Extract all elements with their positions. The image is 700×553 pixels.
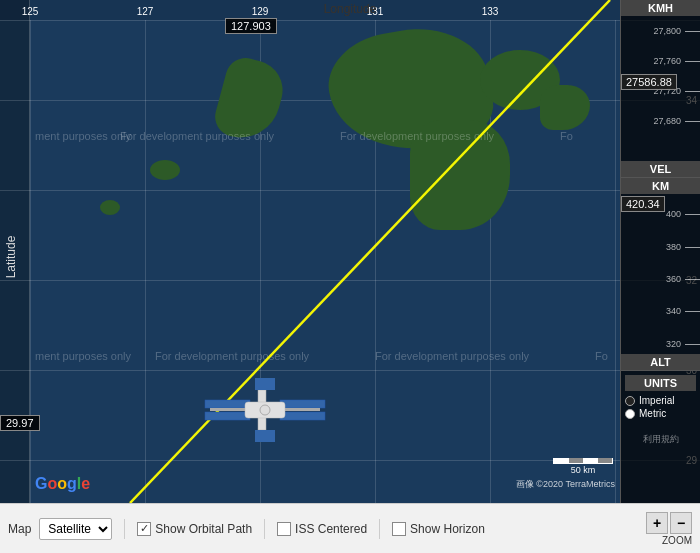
map-attribution: 画像 ©2020 TerraMetrics [516,478,615,491]
altitude-value: 420.34 [621,196,665,212]
orbital-path-label: Show Orbital Path [155,522,252,536]
svg-rect-10 [255,430,275,442]
lon-label-129: 129 [252,6,269,17]
latitude-tooltip: 29.97 [0,415,40,431]
metric-radio[interactable] [625,409,635,419]
map-area[interactable]: Longitude 125 127 129 131 133 Longitude … [0,0,700,503]
show-horizon-label: Show Horizon [410,522,485,536]
grid-line [0,280,700,281]
zoom-out-button[interactable]: − [670,512,692,534]
show-horizon-item[interactable]: Show Horizon [392,522,485,536]
units-section: UNITS Imperial Metric [621,371,700,425]
toolbar-divider-3 [379,519,380,539]
bottom-toolbar: Map Satellite Map Hybrid Terrain ✓ Show … [0,503,700,553]
metric-label: Metric [639,408,666,419]
google-watermark: Google [35,475,90,493]
jp-text: 利用規約 [621,433,700,446]
svg-rect-2 [205,400,250,408]
land-mass [100,200,120,215]
lon-label-127: 127 [137,6,154,17]
scale-bar: 50 km [553,458,613,475]
units-title: UNITS [625,375,696,391]
iss-centered-checkbox[interactable] [277,522,291,536]
grid-line [0,20,700,21]
zoom-label: ZOOM [662,535,692,546]
land-mass [150,160,180,180]
grid-line [0,370,700,371]
kmh-label: KMH [621,0,700,16]
km-label: KM [621,178,700,194]
zoom-in-button[interactable]: + [646,512,668,534]
lon-label-133: 133 [482,6,499,17]
right-panel: KMH 27,800 27,760 27,720 27,680 [620,0,700,503]
svg-rect-4 [280,400,325,408]
svg-rect-5 [280,412,325,420]
map-label: Map [8,522,31,536]
altitude-scale: 400 380 360 340 320 [621,194,700,354]
show-orbital-path-item[interactable]: ✓ Show Orbital Path [137,522,252,536]
metric-option[interactable]: Metric [625,408,696,419]
iss-centered-label: ISS Centered [295,522,367,536]
latitude-axis-title: Latitude [4,236,18,279]
iss-centered-item[interactable]: ISS Centered [277,522,367,536]
imperial-option[interactable]: Imperial [625,395,696,406]
velocity-value: 27586.88 [621,74,677,90]
longitude-tooltip: 127.903 [225,18,277,34]
svg-point-11 [260,405,270,415]
toolbar-divider-2 [264,519,265,539]
lon-label-125: 125 [22,6,39,17]
grid-line [615,20,616,503]
velocity-scale: 27,800 27,760 27,720 27,680 27586.8 [621,16,700,161]
zoom-buttons: + − [646,512,692,534]
velocity-gauge: KMH 27,800 27,760 27,720 27,680 [621,0,700,178]
svg-rect-9 [255,378,275,390]
grid-line [145,20,146,503]
orbital-path-checkbox[interactable]: ✓ [137,522,151,536]
imperial-label: Imperial [639,395,675,406]
toolbar-divider [124,519,125,539]
longitude-axis-title: Longitude [324,2,377,16]
map-type-select[interactable]: Satellite Map Hybrid Terrain [39,518,112,540]
land-mass [410,120,510,230]
altitude-gauge: KM 400 380 360 340 [621,178,700,371]
zoom-section: + − ZOOM [646,512,692,546]
imperial-radio[interactable] [625,396,635,406]
grid-line [0,190,700,191]
svg-rect-3 [205,412,250,420]
alt-label: ALT [621,354,700,370]
show-horizon-checkbox[interactable] [392,522,406,536]
iss-icon [200,370,330,450]
vel-label: VEL [621,161,700,177]
